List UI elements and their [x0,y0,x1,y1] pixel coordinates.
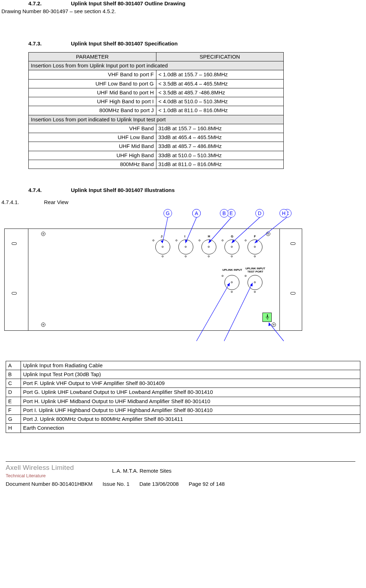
table-cell: VHF Band [29,124,156,133]
table-section-row: Insertion Loss from port indicated to Up… [29,115,284,124]
port-uplink-input-test [248,275,262,290]
mounting-dot [208,255,210,257]
legend-value: Uplink Input Test Port (30dB Tap) [21,370,360,379]
table-cell: 31dB at 155.7 – 160.8MHz [156,124,284,133]
table-cell: < 1.0dB at 811.0 – 816.0MHz [156,106,284,115]
table-cell: VHF Band to port F [29,70,156,79]
document-date: Date 13/06/2008 [139,480,179,488]
port-label-j: J [161,234,162,238]
mounting-dot [176,240,177,241]
table-cell: UHF Mid Band [29,142,156,151]
port-h [201,240,216,254]
table-cell: 800MHz Band [29,160,156,169]
legend-key: C [6,379,21,388]
table-cell: < 3.5dB at 465.4 – 465.5MHz [156,79,284,88]
port-j [155,240,170,254]
port-label-uplink-test-l2: TEST PORT [243,270,268,273]
table-section-row: Insertion Loss from from Uplink Input po… [29,61,284,70]
legend-value: Port F. Uplink VHF Output to VHF Amplifi… [21,379,360,388]
table-cell: UHF Low Band [29,133,156,142]
callout-d: D [255,209,264,218]
callout-a: A [192,209,201,218]
table-cell: < 4.0dB at 510.0 – 510.3MHz [156,97,284,106]
page-footer: Axell Wireless Limited Technical Literat… [6,461,355,488]
section-title: Uplink Input Shelf 80-301407 Outline Dra… [71,0,185,7]
legend-value: Earth Connection [21,424,360,433]
table-header: SPECIFICATION [156,52,284,61]
section-title: Uplink Input Shelf 80-301407 Specificati… [71,40,178,47]
rack-slot [290,242,295,245]
section-number: 4.7.3. [28,40,71,47]
mounting-dot [222,240,223,241]
port-label-uplink-input: UPLINK INPUT [220,269,245,271]
legend-key: D [6,388,21,397]
rack-slot [12,292,17,295]
table-cell: 33dB at 465.4 – 465.5MHz [156,133,284,142]
port-i [178,240,193,254]
table-cell: UHF High Band to port I [29,97,156,106]
legend-value: Port I. Uplink UHF Highband Output to UH… [21,406,360,414]
rear-view-diagram: J I H G F [1,209,310,351]
port-label-h: H [208,234,210,238]
earth-terminal [262,313,272,322]
port-label-i: I [184,234,185,238]
callout-legend-table: AUplink Input from Radiating Cable BUpli… [6,361,360,433]
legend-key: E [6,397,21,406]
legend-key: A [6,361,21,370]
mounting-dot [199,240,200,241]
mounting-dot [185,255,187,257]
table-cell: 800MHz Band to port J [29,106,156,115]
panel-body: J I H G F [28,229,280,331]
mounting-dot [152,240,154,241]
mounting-dot [254,291,256,293]
rack-slot [12,242,17,245]
table-header: PARAMETER [29,52,156,61]
panel-screw [41,323,45,327]
document-subtitle: L.A. M.T.A. Remote Sites [112,467,172,474]
mounting-dot [245,240,246,241]
section-title: Uplink Input Shelf 80-301407 Illustratio… [71,187,175,194]
table-cell: 33dB at 485.7 – 486.8MHz [156,142,284,151]
specification-table: PARAMETER SPECIFICATION Insertion Loss f… [28,52,284,169]
technical-literature-label: Technical Literature [6,473,112,479]
table-cell: UHF Mid Band to port H [29,88,156,97]
table-cell: UHF High Band [29,151,156,160]
legend-key: G [6,415,21,424]
port-label-f: F [254,234,256,238]
section-number: 4.7.2. [28,0,71,7]
port-label-uplink-test-l1: UPLINK INPUT [243,267,268,270]
mounting-dot [222,275,223,277]
page-number: Page 92 of 148 [189,480,225,488]
mounting-dot [254,255,256,257]
legend-key: F [6,406,21,414]
table-cell: < 3.5dB at 485.7 -486.8MHz [156,88,284,97]
legend-value: Port H. Uplink UHF Midband Output to UHF… [21,397,360,406]
legend-value: Port G. Uplink UHF Lowband Output to UHF… [21,388,360,397]
rack-panel: J I H G F [4,229,302,331]
table-cell: < 1.0dB at 155.7 – 160.8MHz [156,70,284,79]
table-cell: UHF Low Band to port G [29,79,156,88]
callout-g: G [163,209,172,218]
rack-slot [290,292,295,295]
section-number: 4.7.4. [28,187,71,194]
port-uplink-input [224,275,239,290]
subsection-title: Rear View [44,199,68,206]
panel-screw [41,232,45,236]
mounting-dot [231,291,233,293]
port-label-g: G [231,234,233,238]
legend-key: B [6,370,21,379]
legend-key: H [6,424,21,433]
company-name: Axell Wireless Limited [6,463,112,472]
mounting-dot [231,255,233,257]
callout-h: H [279,209,288,218]
table-cell: 31dB at 811.0 – 816.0MHz [156,160,284,169]
legend-value: Uplink Input from Radiating Cable [21,361,360,370]
section-reference: Drawing Number 80-301497 – see section 4… [0,8,366,15]
panel-screw [272,323,276,327]
document-number: Document Number 80-301401HBKM [6,480,93,488]
table-cell: 33dB at 510.0 – 510.3MHz [156,151,284,160]
port-f [248,240,262,254]
legend-value: Port J. Uplink 800MHz Output to 800MHz A… [21,415,360,424]
callout-b: B [220,209,228,218]
mounting-dot [162,255,163,257]
